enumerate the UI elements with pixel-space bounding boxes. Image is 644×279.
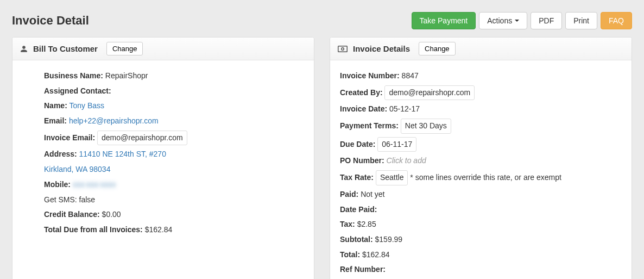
due-date-field[interactable]: 06-11-17 [377,137,416,152]
customer-name-label: Name: [44,101,67,110]
address-line2-link[interactable]: Kirkland, WA 98034 [44,165,110,173]
bill-to-change-button[interactable]: Change [106,42,143,55]
faq-button[interactable]: FAQ [601,12,632,29]
total-value: $162.84 [362,250,390,259]
payment-terms-label: Payment Terms: [340,121,399,130]
tax-label: Tax: [340,220,355,228]
pdf-button[interactable]: PDF [531,12,562,29]
po-number-label: PO Number: [340,156,384,165]
subtotal-value: $159.99 [375,235,403,244]
address-line1-link[interactable]: 11410 NE 124th ST, #270 [79,150,166,158]
subtotal-label: Subtotal: [340,235,373,244]
due-date-label: Due Date: [340,140,375,148]
mobile-value: xxx-xxx-xxxx [73,180,116,189]
bill-to-panel: Bill To Customer Change Business Name: R… [12,37,314,279]
money-icon [338,46,348,52]
po-number-field[interactable]: Click to add [387,156,426,165]
total-due-label: Total Due from all Invoices: [44,225,143,234]
credit-balance-value: $0.00 [102,210,121,219]
actions-dropdown-button[interactable]: Actions [479,12,527,29]
tax-rate-field[interactable]: Seattle [376,170,408,185]
get-sms-line: Get SMS: false [44,195,95,204]
bill-to-title: Bill To Customer [33,44,98,53]
business-name-label: Business Name: [44,71,103,80]
tax-value: $2.85 [357,220,376,228]
ref-number-label: Ref Number: [340,265,386,274]
print-button[interactable]: Print [565,12,597,29]
tax-rate-note: * some lines override this rate, or are … [410,173,561,182]
business-name-value: RepairShopr [105,71,148,80]
invoice-details-title: Invoice Details [353,44,410,53]
tax-rate-label: Tax Rate: [340,173,374,182]
paid-value: Not yet [361,190,384,199]
mobile-label: Mobile: [44,180,71,189]
invoice-details-panel: Invoice Details Change Invoice Number: 8… [330,37,632,279]
toolbar: Take Payment Actions PDF Print FAQ [412,12,632,29]
caret-down-icon [515,20,519,22]
created-by-label: Created By: [340,88,383,97]
date-paid-label: Date Paid: [340,205,377,214]
invoice-number-value: 8847 [402,71,419,80]
customer-email-label: Email: [44,116,67,125]
customer-email-link[interactable]: help+22@repairshopr.com [69,116,159,125]
actions-label: Actions [487,16,512,25]
svg-point-1 [342,47,344,50]
address-label: Address: [44,150,77,158]
invoice-details-heading: Invoice Details Change [330,38,632,60]
take-payment-button[interactable]: Take Payment [412,12,476,29]
created-by-field[interactable]: demo@repairshopr.com [384,85,475,101]
invoice-date-label: Invoice Date: [340,104,387,113]
invoice-date-value: 05-12-17 [389,104,420,113]
invoice-details-change-button[interactable]: Change [419,42,456,55]
page-title: Invoice Detail [12,14,89,28]
invoice-email-field[interactable]: demo@repairshopr.com [97,131,187,146]
assigned-contact-label: Assigned Contact: [44,86,111,95]
user-icon [20,45,28,53]
total-due-value: $162.84 [145,225,173,234]
invoice-number-label: Invoice Number: [340,71,400,80]
paid-label: Paid: [340,190,358,199]
bill-to-heading: Bill To Customer Change [12,38,314,60]
invoice-email-label: Invoice Email: [44,133,95,142]
customer-name-link[interactable]: Tony Bass [69,101,104,110]
total-label: Total: [340,250,360,259]
credit-balance-label: Credit Balance: [44,210,100,219]
payment-terms-field[interactable]: Net 30 Days [401,119,451,134]
svg-rect-0 [338,46,348,52]
